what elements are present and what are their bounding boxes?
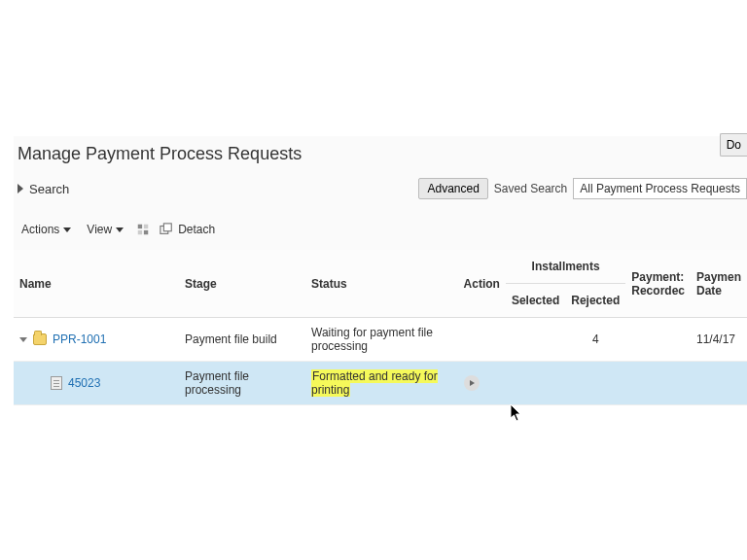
svg-rect-0: [138, 225, 142, 228]
requests-table: Name Stage Status Action Installments Pa…: [14, 250, 747, 405]
table-toolbar: Actions View Detach: [14, 205, 747, 244]
saved-search-select[interactable]: All Payment Process Requests: [573, 178, 747, 199]
done-button[interactable]: Do: [720, 133, 747, 157]
cell-inst-rejected: 4: [565, 318, 625, 362]
col-status[interactable]: Status: [305, 250, 458, 318]
col-inst-rejected[interactable]: Rejected: [565, 284, 625, 318]
cell-pay-recorded: [625, 318, 691, 362]
svg-rect-5: [164, 224, 172, 231]
go-action-icon[interactable]: [464, 375, 480, 391]
cell-pay-date: [691, 362, 747, 405]
cell-stage: Payment file build: [179, 318, 305, 362]
search-label: Search: [29, 182, 69, 196]
cell-action: [458, 362, 506, 405]
page-title: Manage Payment Process Requests: [14, 136, 747, 176]
col-inst-selected[interactable]: Selected: [506, 284, 565, 318]
actions-menu[interactable]: Actions: [18, 221, 75, 238]
svg-rect-3: [144, 230, 148, 234]
col-stage[interactable]: Stage: [179, 250, 305, 318]
search-controls: Advanced Saved Search All Payment Proces…: [418, 178, 747, 199]
advanced-search-button[interactable]: Advanced: [418, 178, 487, 199]
content-region: Do Manage Payment Process Requests Searc…: [14, 136, 747, 405]
col-action[interactable]: Action: [458, 250, 506, 318]
view-menu[interactable]: View: [83, 221, 127, 238]
cell-status: Waiting for payment file processing: [305, 318, 458, 362]
mouse-cursor-icon: [510, 403, 523, 423]
col-pay-recorded[interactable]: Payment: Recordec: [625, 250, 691, 318]
col-pay-date[interactable]: Paymen Date: [691, 250, 747, 318]
actions-menu-label: Actions: [21, 223, 59, 236]
cell-inst-rejected: [565, 362, 625, 405]
chevron-down-icon: [63, 228, 71, 232]
col-installments[interactable]: Installments: [506, 250, 625, 284]
col-name[interactable]: Name: [14, 250, 179, 318]
detach-icon: [159, 222, 174, 237]
format-icon[interactable]: [135, 222, 151, 237]
caret-right-icon: [18, 184, 23, 193]
search-collapse-toggle[interactable]: Search: [18, 182, 69, 196]
table-row[interactable]: 45023 Payment file processing Formatted …: [14, 362, 747, 405]
svg-rect-2: [138, 230, 142, 234]
cell-stage: Payment file processing: [179, 362, 305, 405]
cell-pay-date: 11/4/17: [691, 318, 747, 362]
file-name-link[interactable]: 45023: [68, 376, 100, 390]
detach-button[interactable]: Detach: [159, 222, 215, 237]
table-row[interactable]: PPR-1001 Payment file build Waiting for …: [14, 318, 747, 362]
document-icon: [51, 376, 62, 390]
table-header: Name Stage Status Action Installments Pa…: [14, 250, 747, 318]
cell-pay-recorded: [625, 362, 691, 405]
view-menu-label: View: [87, 223, 112, 236]
search-bar: Search Advanced Saved Search All Payment…: [14, 176, 747, 205]
chevron-down-icon: [116, 228, 124, 232]
cell-inst-selected: [506, 362, 565, 405]
cell-action: [458, 318, 506, 362]
request-name-link[interactable]: PPR-1001: [53, 332, 106, 346]
cell-inst-selected: [506, 318, 565, 362]
folder-icon: [33, 333, 47, 345]
svg-rect-1: [144, 225, 148, 228]
page-root: Do Manage Payment Process Requests Searc…: [0, 0, 747, 560]
expand-caret-icon[interactable]: [19, 337, 27, 342]
cell-status: Formatted and ready for printing: [305, 362, 458, 405]
detach-label: Detach: [178, 223, 215, 236]
saved-search-label: Saved Search: [494, 182, 567, 195]
highlighted-status: Formatted and ready for printing: [311, 369, 438, 397]
